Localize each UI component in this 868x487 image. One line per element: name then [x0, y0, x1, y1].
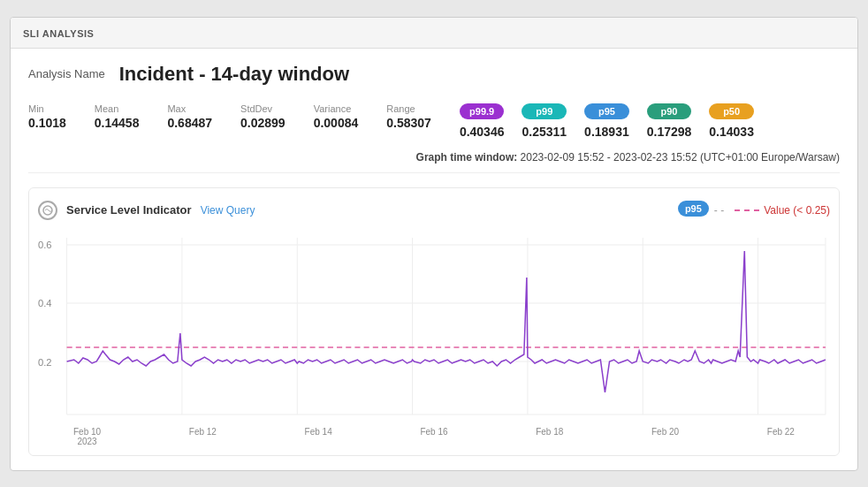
stat-stddev-label: StdDev [240, 103, 286, 114]
svg-text:0.2: 0.2 [38, 357, 52, 368]
stat-percentile-p99.9: p99.90.40346 [460, 103, 505, 139]
chart-header-left: Service Level Indicator View Query [38, 201, 255, 220]
svg-text:0.6: 0.6 [38, 240, 52, 250]
x-label-1: Feb 12 [189, 427, 217, 446]
percentile-value-p99.9: 0.40346 [460, 125, 505, 139]
stat-percentile-p90: p900.17298 [647, 103, 692, 139]
badge-p95[interactable]: p95 [584, 103, 629, 119]
stat-stddev-value: 0.02899 [240, 116, 286, 130]
sli-icon [38, 201, 57, 220]
stat-min-value: 0.1018 [28, 116, 66, 130]
badge-p90[interactable]: p90 [647, 103, 692, 119]
stat-percentile-p50: p500.14033 [709, 103, 754, 139]
analysis-name-value: Incident - 14-day window [119, 63, 349, 86]
stat-variance-value: 0.00084 [314, 116, 359, 130]
x-label-5: Feb 20 [651, 427, 679, 446]
main-content: Analysis Name Incident - 14-day window M… [11, 49, 857, 470]
stat-range: Range 0.58307 [386, 103, 431, 130]
stat-mean-label: Mean [95, 103, 140, 114]
percentile-value-p90: 0.17298 [647, 125, 692, 139]
x-label-0: Feb 10 2023 [73, 427, 101, 446]
time-window-value: 2023-02-09 15:52 - 2023-02-23 15:52 (UTC… [521, 151, 840, 164]
main-container: SLI ANALYSIS Analysis Name Incident - 14… [10, 17, 858, 471]
stat-mean: Mean 0.14458 [95, 103, 140, 130]
chart-header-right: p95 - - Value (< 0.25) [678, 201, 830, 220]
percentile-value-p95: 0.18931 [584, 125, 629, 139]
x-label-6: Feb 22 [767, 427, 795, 446]
analysis-name-label: Analysis Name [28, 67, 105, 80]
stat-range-value: 0.58307 [386, 116, 431, 130]
value-legend: Value (< 0.25) [735, 204, 830, 217]
stat-variance-label: Variance [314, 103, 359, 114]
x-axis-labels: Feb 10 2023 Feb 12 Feb 14 Feb 16 Feb 18 [38, 423, 830, 446]
active-percentile-suffix: - - [714, 204, 724, 217]
badge-p50[interactable]: p50 [709, 103, 754, 119]
time-window-row: Graph time window: 2023-02-09 15:52 - 20… [28, 151, 840, 173]
badge-p99[interactable]: p99 [522, 103, 567, 119]
x-label-3: Feb 16 [420, 427, 447, 446]
active-percentile-badge[interactable]: p95 [678, 201, 709, 217]
x-label-2: Feb 14 [305, 427, 332, 446]
x-label-4: Feb 18 [536, 427, 563, 446]
stats-row: Min 0.1018 Mean 0.14458 Max 0.68487 StdD… [28, 103, 840, 139]
stat-mean-value: 0.14458 [95, 116, 140, 130]
stat-percentile-p95: p950.18931 [584, 103, 629, 139]
value-legend-label: Value (< 0.25) [764, 204, 830, 217]
analysis-name-row: Analysis Name Incident - 14-day window [28, 63, 840, 86]
stat-range-label: Range [386, 103, 431, 114]
chart-section: Service Level Indicator View Query p95 -… [28, 187, 840, 456]
stat-variance: Variance 0.00084 [314, 103, 359, 130]
page-header: SLI ANALYSIS [11, 18, 857, 49]
svg-text:0.4: 0.4 [38, 298, 52, 308]
page-title: SLI ANALYSIS [23, 28, 94, 39]
view-query-link[interactable]: View Query [201, 204, 255, 217]
chart-title: Service Level Indicator [66, 203, 192, 217]
chart-header: Service Level Indicator View Query p95 -… [38, 201, 830, 220]
percentile-badges: p99.90.40346p990.25311p950.18931p900.172… [460, 103, 754, 139]
percentile-value-p99: 0.25311 [522, 125, 567, 139]
chart-area: 0.6 0.4 0.2 [38, 229, 830, 423]
stat-min: Min 0.1018 [28, 103, 66, 130]
badge-p99.9[interactable]: p99.9 [460, 103, 505, 119]
stat-min-label: Min [28, 103, 66, 114]
stat-max-label: Max [167, 103, 212, 114]
stat-max: Max 0.68487 [167, 103, 212, 130]
stat-stddev: StdDev 0.02899 [240, 103, 286, 130]
svg-point-0 [43, 206, 52, 215]
time-window-label: Graph time window: [416, 151, 518, 164]
percentile-value-p50: 0.14033 [709, 125, 754, 139]
stat-percentile-p99: p990.25311 [522, 103, 567, 139]
value-dashed-line [735, 209, 759, 211]
chart-svg: 0.6 0.4 0.2 [38, 229, 830, 423]
stat-max-value: 0.68487 [167, 116, 212, 130]
